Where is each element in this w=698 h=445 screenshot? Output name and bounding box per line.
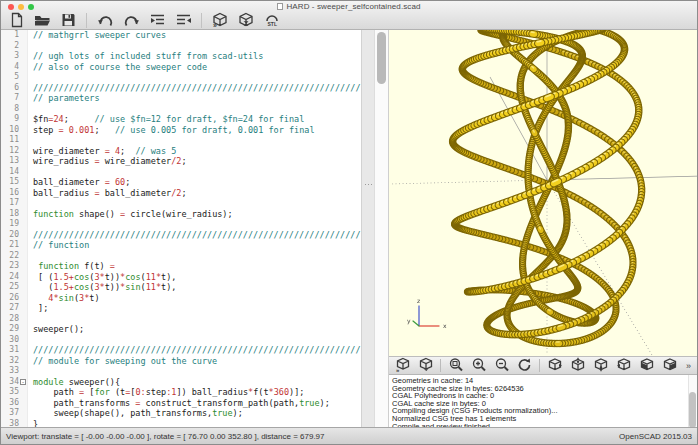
code-text	[28, 41, 33, 52]
code-text: // also of course the sweeper code	[28, 62, 207, 73]
fold-margin	[19, 93, 28, 104]
3d-viewport-canvas[interactable]	[389, 30, 697, 356]
code-text	[28, 251, 33, 262]
fold-margin	[19, 156, 28, 167]
line-number: 17	[1, 198, 19, 209]
code-line: 32// module for sweeping out the curve	[1, 356, 361, 367]
code-line: 11	[1, 135, 361, 146]
main-area: 1// mathgrrl sweeper curves23// ugh lots…	[1, 30, 697, 427]
view-front-icon	[639, 357, 655, 375]
line-number: 21	[1, 240, 19, 251]
fold-margin	[19, 30, 28, 41]
code-text	[28, 314, 33, 325]
code-line: 18function shape() = circle(wire_radius)…	[1, 209, 361, 220]
code-line: 13wire_radius = wire_diameter/2;	[1, 156, 361, 167]
vp-render-button[interactable]	[414, 357, 437, 374]
fold-margin	[19, 345, 28, 356]
open-file-button[interactable]	[29, 11, 55, 30]
line-number: 10	[1, 125, 19, 136]
fold-margin	[19, 114, 28, 125]
console-scrollbar-thumb[interactable]	[689, 392, 696, 427]
fold-margin	[19, 240, 28, 251]
line-number: 27	[1, 303, 19, 314]
reset-view-button[interactable]	[513, 357, 536, 374]
view-left-button[interactable]	[612, 357, 635, 374]
view-right-icon	[547, 357, 563, 375]
3d-viewport[interactable]	[389, 30, 697, 356]
unindent-button[interactable]	[170, 11, 196, 30]
vp-preview-button[interactable]: »	[391, 357, 414, 374]
splitter-handle-icon	[364, 183, 373, 186]
pane-splitter[interactable]	[361, 30, 374, 427]
redo-button[interactable]	[118, 11, 144, 30]
code-line: 3// ugh lots of included stuff from scad…	[1, 51, 361, 62]
view-top-button[interactable]	[566, 357, 589, 374]
export-stl-button[interactable]: STL	[259, 11, 285, 30]
editor-scrollbar[interactable]	[374, 30, 389, 427]
view-back-button[interactable]	[658, 357, 681, 374]
undo-button[interactable]	[92, 11, 118, 30]
viewport-toolbar-overflow-button[interactable]: »	[686, 361, 695, 371]
save-file-button[interactable]	[55, 11, 81, 30]
line-number: 19	[1, 219, 19, 230]
line-number: 26	[1, 293, 19, 304]
code-line: 4// also of course the sweeper code	[1, 62, 361, 73]
code-text: // function	[28, 240, 89, 251]
code-line: 20//////////////////////////////////////…	[1, 230, 361, 241]
line-number: 11	[1, 135, 19, 146]
code-line: 16ball_radius = ball_diameter/2;	[1, 188, 361, 199]
line-number: 24	[1, 272, 19, 283]
version-label: OpenSCAD 2015.03	[619, 432, 692, 441]
stl-export-icon: STL	[262, 12, 282, 29]
console-scrollbar[interactable]	[688, 375, 697, 427]
console-pane[interactable]: Geometries in cache: 14Geometry cache si…	[389, 375, 697, 427]
code-text	[28, 219, 33, 230]
code-text: function shape() = circle(wire_radius);	[28, 209, 233, 220]
line-number: 28	[1, 314, 19, 325]
fold-margin	[19, 419, 28, 428]
fold-margin	[19, 41, 28, 52]
titlebar-toolbar: HARD - sweeper_selfcontained.scad »	[1, 1, 697, 30]
view-top-icon	[570, 357, 586, 375]
svg-text:STL: STL	[268, 21, 277, 27]
zoom-out-button[interactable]	[490, 357, 513, 374]
code-line: 6///////////////////////////////////////…	[1, 83, 361, 94]
line-number: 32	[1, 356, 19, 367]
zoom-all-button[interactable]	[444, 357, 467, 374]
line-number: 1	[1, 30, 19, 41]
code-line: 31//////////////////////////////////////…	[1, 345, 361, 356]
code-text: path_transforms = construct_transform_pa…	[28, 398, 330, 409]
indent-button[interactable]	[144, 11, 170, 30]
code-text: sweep(shape(), path_transforms,true);	[28, 408, 243, 419]
zoom-in-button[interactable]	[467, 357, 490, 374]
code-line: 36 path_transforms = construct_transform…	[1, 398, 361, 409]
preview-button[interactable]: »	[207, 11, 233, 30]
main-toolbar: » STL	[3, 10, 285, 30]
svg-text:»: »	[213, 22, 217, 29]
code-line: 30	[1, 335, 361, 346]
new-file-button[interactable]	[3, 11, 29, 30]
fold-marker-icon[interactable]: -	[20, 379, 26, 385]
view-bottom-button[interactable]	[589, 357, 612, 374]
right-pane: »	[389, 30, 697, 427]
preview-cube-icon: »	[395, 357, 411, 375]
open-folder-icon	[34, 12, 51, 28]
code-line: 7// parameters	[1, 93, 361, 104]
view-right-button[interactable]	[543, 357, 566, 374]
view-front-button[interactable]	[635, 357, 658, 374]
fold-margin	[19, 135, 28, 146]
preview-cube-icon: »	[211, 12, 229, 29]
code-line: 8	[1, 104, 361, 115]
line-number: 33	[1, 366, 19, 377]
editor-scrollbar-thumb[interactable]	[377, 32, 386, 84]
render-button[interactable]	[233, 11, 259, 30]
code-editor[interactable]: 1// mathgrrl sweeper curves23// ugh lots…	[1, 30, 361, 427]
fold-margin	[19, 324, 28, 335]
fold-margin	[19, 219, 28, 230]
console-output: Geometries in cache: 14Geometry cache si…	[389, 377, 697, 427]
fold-margin	[19, 282, 28, 293]
code-line: 38}	[1, 419, 361, 428]
line-number: 30	[1, 335, 19, 346]
code-line: 5	[1, 72, 361, 83]
code-text	[28, 104, 33, 115]
